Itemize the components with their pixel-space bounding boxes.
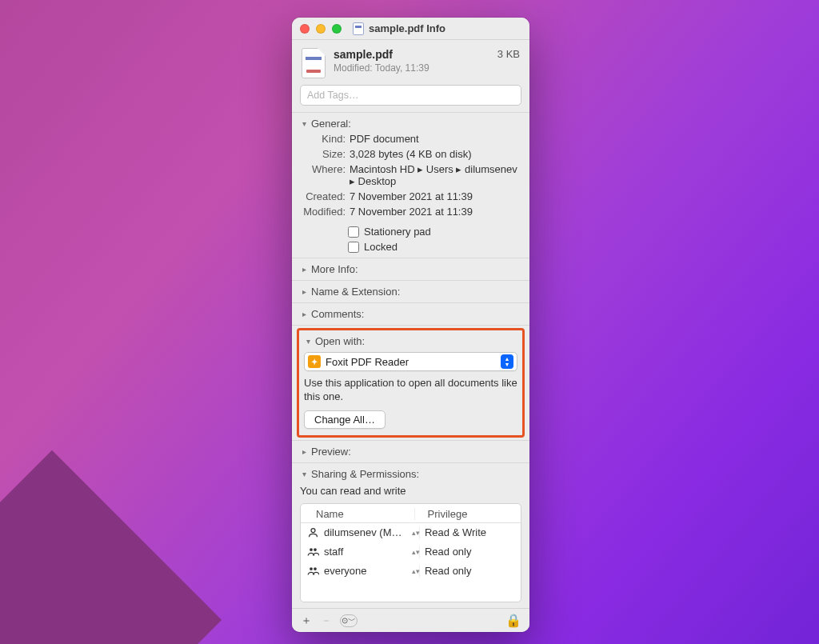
chevron-down-icon: ▾: [304, 337, 312, 346]
dropdown-stepper-icon: ▲▼: [501, 354, 513, 369]
window-footer: ＋ － ⊙﹀ 🔒: [292, 608, 529, 632]
value-where: Macintosh HD ▸ Users ▸ dilumsenev ▸ Desk…: [350, 163, 521, 187]
chevron-right-icon: ▸: [300, 447, 308, 456]
close-window-button[interactable]: [300, 24, 310, 34]
section-sharing: ▾ Sharing & Permissions: You can read an…: [292, 462, 529, 608]
sort-icon: ▴▾: [412, 549, 420, 555]
permissions-col-priv[interactable]: Privilege: [423, 508, 511, 520]
permissions-table: Name Privilege dilumsenev (M… ▴▾Read & W…: [300, 503, 521, 602]
label-size: Size:: [300, 148, 350, 160]
section-more-info-header[interactable]: ▸ More Info:: [300, 263, 521, 275]
open-with-app-select[interactable]: ✦ Foxit PDF Reader ▲▼: [304, 352, 517, 371]
section-comments-header[interactable]: ▸ Comments:: [300, 308, 521, 320]
value-kind: PDF document: [350, 133, 419, 145]
file-header: sample.pdf Modified: Today, 11:39 3 KB: [292, 40, 529, 85]
open-with-hint: Use this application to open all documen…: [304, 377, 517, 404]
file-size-summary: 3 KB: [497, 48, 520, 60]
chevron-down-icon: ▾: [300, 470, 308, 478]
window-title: sample.pdf Info: [369, 22, 445, 34]
chevron-right-icon: ▸: [300, 310, 308, 318]
lock-icon[interactable]: 🔒: [505, 613, 521, 628]
label-created: Created:: [300, 190, 350, 202]
zoom-window-button[interactable]: [332, 24, 342, 34]
section-open-with-title: Open with:: [315, 335, 365, 347]
group-icon: [306, 565, 319, 578]
group-icon: [306, 546, 319, 558]
section-more-info: ▸ More Info:: [292, 258, 529, 280]
person-icon: [306, 526, 319, 539]
open-with-highlight: ▾ Open with: ✦ Foxit PDF Reader ▲▼ Use t…: [297, 328, 525, 438]
chevron-down-icon: ▾: [300, 119, 308, 128]
stationery-pad-label: Stationery pad: [364, 226, 431, 238]
section-comments: ▸ Comments:: [292, 302, 529, 326]
add-permission-button[interactable]: ＋: [300, 614, 313, 627]
perm-name-1: staff: [324, 546, 343, 558]
info-window: sample.pdf Info sample.pdf Modified: Tod…: [292, 18, 529, 632]
svg-point-4: [314, 567, 317, 570]
section-comments-title: Comments:: [311, 308, 364, 320]
value-modified: 7 November 2021 at 11:39: [350, 206, 473, 218]
titlebar: sample.pdf Info: [292, 18, 529, 40]
file-modified-summary: Modified: Today, 11:39: [334, 62, 489, 74]
section-open-with-header[interactable]: ▾ Open with:: [304, 335, 517, 347]
label-modified: Modified:: [300, 206, 350, 218]
perm-priv-0: Read & Write: [425, 526, 486, 538]
action-menu-button[interactable]: ⊙﹀: [340, 614, 358, 627]
sort-icon: ▴▾: [412, 530, 420, 536]
file-name: sample.pdf: [334, 48, 489, 61]
value-size: 3,028 bytes (4 KB on disk): [350, 148, 471, 160]
value-created: 7 November 2021 at 11:39: [350, 190, 473, 202]
section-general-title: General:: [311, 118, 351, 130]
permissions-row[interactable]: everyone ▴▾Read only: [301, 562, 521, 581]
document-icon: [302, 48, 326, 78]
svg-point-0: [311, 529, 315, 533]
locked-checkbox[interactable]: Locked: [348, 241, 521, 253]
section-general-header[interactable]: ▾ General:: [300, 118, 521, 130]
perm-name-2: everyone: [324, 565, 366, 577]
svg-point-1: [310, 548, 313, 551]
perm-priv-2: Read only: [425, 565, 472, 577]
minimize-window-button[interactable]: [316, 24, 326, 34]
section-name-extension: ▸ Name & Extension:: [292, 280, 529, 302]
sort-icon: ▴▾: [412, 568, 420, 574]
open-with-app-label: Foxit PDF Reader: [326, 356, 501, 368]
tags-input[interactable]: [300, 85, 521, 106]
locked-label: Locked: [364, 241, 398, 253]
traffic-lights: [300, 24, 342, 34]
pdf-mini-icon: [353, 22, 364, 35]
window-title-wrap: sample.pdf Info: [353, 22, 445, 35]
section-preview: ▸ Preview:: [292, 440, 529, 462]
section-name-extension-title: Name & Extension:: [311, 286, 400, 298]
label-where: Where:: [300, 163, 350, 187]
section-preview-header[interactable]: ▸ Preview:: [300, 446, 521, 458]
section-name-extension-header[interactable]: ▸ Name & Extension:: [300, 286, 521, 298]
permissions-col-name[interactable]: Name: [310, 508, 415, 520]
svg-point-3: [310, 567, 313, 570]
section-preview-title: Preview:: [311, 446, 351, 458]
chevron-right-icon: ▸: [300, 265, 308, 274]
permissions-summary: You can read and write: [300, 485, 521, 497]
foxit-app-icon: ✦: [308, 355, 321, 368]
label-kind: Kind:: [300, 133, 350, 145]
remove-permission-button[interactable]: －: [320, 614, 333, 627]
change-all-button[interactable]: Change All…: [304, 410, 386, 429]
section-sharing-header[interactable]: ▾ Sharing & Permissions:: [300, 468, 521, 480]
perm-name-0: dilumsenev (M…: [324, 526, 402, 538]
svg-point-2: [314, 548, 317, 551]
permissions-row[interactable]: dilumsenev (M… ▴▾Read & Write: [301, 523, 521, 542]
permissions-header-row: Name Privilege: [301, 504, 521, 523]
permissions-row[interactable]: staff ▴▾Read only: [301, 542, 521, 562]
section-more-info-title: More Info:: [311, 263, 358, 275]
chevron-right-icon: ▸: [300, 287, 308, 296]
permissions-row-empty: [301, 581, 521, 602]
perm-priv-1: Read only: [425, 546, 472, 558]
section-sharing-title: Sharing & Permissions:: [311, 468, 419, 480]
stationery-pad-checkbox[interactable]: Stationery pad: [348, 226, 521, 238]
section-general: ▾ General: Kind:PDF document Size:3,028 …: [292, 112, 529, 258]
